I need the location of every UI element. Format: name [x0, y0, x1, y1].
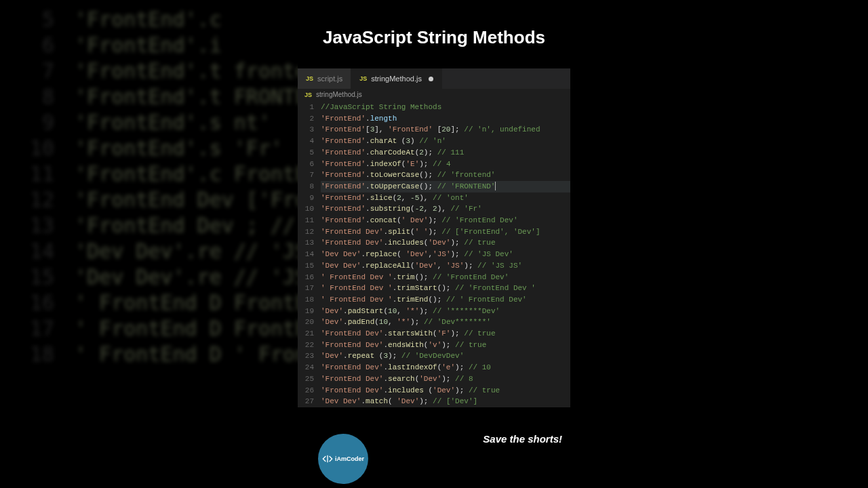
- code-line[interactable]: 'FrontEnd'.concat(' Dev'); // 'FrontEnd …: [321, 215, 570, 226]
- line-number: 8: [298, 181, 314, 192]
- js-icon: JS: [359, 75, 367, 82]
- code-line[interactable]: 'Dev Dev'.replace( 'Dev','JS'); // 'JS D…: [321, 249, 570, 260]
- line-number: 7: [298, 169, 314, 181]
- line-number: 27: [298, 396, 314, 407]
- line-number: 12: [298, 226, 314, 238]
- main-column: JavaScript String Methods JS script.js J…: [298, 0, 570, 488]
- line-number: 23: [298, 350, 314, 362]
- line-number: 22: [298, 340, 314, 351]
- code-line[interactable]: 'FrontEnd Dev'.includes('Dev'); // true: [321, 237, 570, 249]
- line-number: 4: [298, 136, 314, 147]
- code-area[interactable]: 1234567891011121314151617181920212223242…: [298, 100, 570, 407]
- line-number: 3: [298, 124, 314, 136]
- code-line[interactable]: 'FrontEnd Dev'.includes ('Dev'); // true: [321, 385, 570, 396]
- code-line[interactable]: 'FrontEnd'.charAt (3) // 'n': [321, 136, 570, 147]
- line-number: 17: [298, 283, 314, 294]
- tab-stringmethod[interactable]: JS stringMethod.js: [351, 68, 442, 89]
- line-gutter: 1234567891011121314151617181920212223242…: [298, 102, 321, 407]
- line-number: 13: [298, 237, 314, 249]
- code-line[interactable]: 'FrontEnd Dev'.search('Dev'); // 8: [321, 373, 570, 385]
- line-number: 11: [298, 215, 314, 226]
- code-line[interactable]: ' FrontEnd Dev '.trim(); // 'FrontEnd De…: [321, 272, 570, 283]
- line-number: 25: [298, 373, 314, 385]
- code-line[interactable]: 'Dev'.padStart(10, '*'); // '*******Dev': [321, 306, 570, 317]
- code-line[interactable]: 'FrontEnd Dev'.lastIndexOf('e'); // 10: [321, 362, 570, 373]
- line-number: 20: [298, 317, 314, 328]
- tab-bar: JS script.js JS stringMethod.js: [298, 68, 570, 89]
- line-number: 1: [298, 102, 314, 113]
- code-line[interactable]: 'FrontEnd'.indexOf('E'); // 4: [321, 159, 570, 170]
- code-content[interactable]: //JavaScript String Methods 'FrontEnd'.l…: [321, 102, 570, 407]
- code-line[interactable]: ' FrontEnd Dev '.trimEnd(); // ' FrontEn…: [321, 294, 570, 306]
- code-line[interactable]: 'FrontEnd'[3], 'FrontEnd' [20]; // 'n', …: [321, 124, 570, 136]
- line-number: 2: [298, 113, 314, 125]
- code-line[interactable]: 'Dev'.repeat (3); // 'DevDevDev': [321, 350, 570, 362]
- line-number: 9: [298, 192, 314, 204]
- code-editor: JS script.js JS stringMethod.js JS strin…: [298, 68, 570, 407]
- code-line[interactable]: 'Dev Dev'.match( 'Dev'); // ['Dev']: [321, 396, 570, 407]
- line-number: 5: [298, 147, 314, 159]
- breadcrumb-label: stringMethod.js: [316, 91, 362, 98]
- breadcrumb[interactable]: JS stringMethod.js: [298, 89, 570, 100]
- line-number: 26: [298, 385, 314, 396]
- code-line[interactable]: 'FrontEnd'.toUpperCase(); // 'FRONTEND': [321, 181, 570, 192]
- code-line[interactable]: 'FrontEnd'.substring(-2, 2), // 'Fr': [321, 203, 570, 215]
- line-number: 16: [298, 272, 314, 283]
- save-banner: Save the shorts!: [483, 433, 562, 445]
- line-number: 6: [298, 159, 314, 170]
- code-line[interactable]: 'Dev'.padEnd(10, '*'); // 'Dev*******': [321, 317, 570, 328]
- code-icon: [322, 453, 333, 464]
- line-number: 15: [298, 260, 314, 272]
- js-icon: JS: [306, 75, 313, 82]
- code-line[interactable]: 'FrontEnd Dev'.endsWith('v'); // true: [321, 340, 570, 351]
- code-line[interactable]: 'FrontEnd Dev'.startsWith('F'); // true: [321, 328, 570, 340]
- line-number: 10: [298, 203, 314, 215]
- channel-badge[interactable]: iAmCoder: [318, 434, 368, 484]
- modified-dot-icon: [429, 77, 433, 81]
- tab-script[interactable]: JS script.js: [298, 68, 351, 89]
- line-number: 14: [298, 249, 314, 260]
- code-line[interactable]: ' FrontEnd Dev '.trimStart(); // 'FrontE…: [321, 283, 570, 294]
- text-cursor: [495, 182, 496, 190]
- code-line[interactable]: 'Dev Dev'.replaceAll('Dev', 'JS'); // 'J…: [321, 260, 570, 272]
- code-line[interactable]: //JavaScript String Methods: [321, 102, 570, 113]
- line-number: 19: [298, 306, 314, 317]
- tab-label: stringMethod.js: [371, 75, 422, 83]
- code-line[interactable]: 'FrontEnd'.length: [321, 113, 570, 125]
- js-icon: JS: [304, 92, 312, 98]
- line-number: 21: [298, 328, 314, 340]
- page-title: JavaScript String Methods: [298, 0, 570, 68]
- code-line[interactable]: 'FrontEnd'.slice(2, -5), // 'ont': [321, 192, 570, 204]
- line-number: 18: [298, 294, 314, 306]
- code-line[interactable]: 'FrontEnd Dev'.split(' '); // ['FrontEnd…: [321, 226, 570, 238]
- tab-label: script.js: [317, 75, 342, 83]
- line-number: 24: [298, 362, 314, 373]
- badge-text: iAmCoder: [335, 455, 364, 462]
- code-line[interactable]: 'FrontEnd'.toLowerCase(); // 'frontend': [321, 169, 570, 181]
- code-line[interactable]: 'FrontEnd'.charCodeAt(2); // 111: [321, 147, 570, 159]
